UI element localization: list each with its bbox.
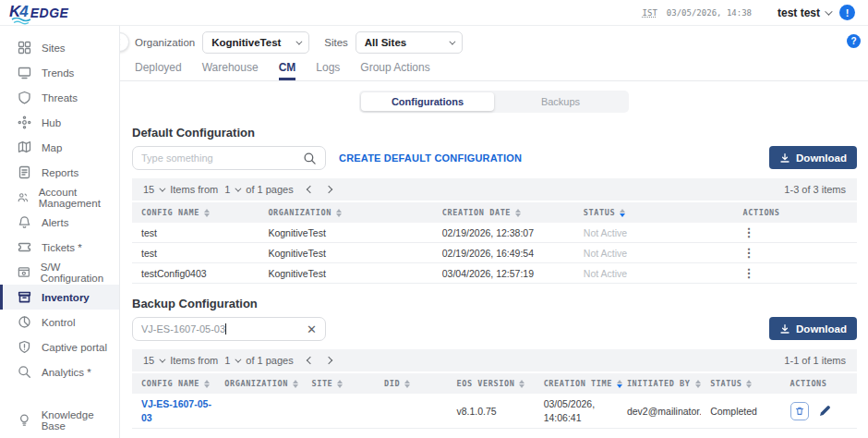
column-creation-time[interactable]: CREATION TIME: [535, 379, 618, 388]
sites-select[interactable]: All Sites: [356, 31, 463, 54]
config-name-cell: testConfig0403: [132, 268, 259, 279]
filter-bar: Organization KognitiveTest Sites All Sit…: [120, 26, 868, 55]
prev-page-button[interactable]: [306, 186, 313, 193]
tab-group-actions[interactable]: Group Actions: [360, 61, 429, 80]
sidebar-item-tickets[interactable]: Tickets *: [0, 235, 119, 260]
chevron-down-icon: [160, 356, 166, 362]
sidebar-item-kontrol[interactable]: Kontrol: [0, 310, 119, 335]
sort-icon[interactable]: [620, 209, 625, 217]
column-organization[interactable]: ORGANIZATION: [215, 379, 302, 388]
organization-cell: KognitiveTest: [259, 268, 432, 279]
next-page-button[interactable]: [324, 357, 332, 364]
sort-icon[interactable]: [336, 209, 342, 217]
app-logo[interactable]: K4 EDGE: [9, 4, 68, 22]
page-select[interactable]: 1: [224, 355, 239, 366]
sort-icon[interactable]: [404, 380, 410, 388]
sidebar-item-analytics[interactable]: Analytics *: [0, 359, 119, 384]
sidebar-item-inventory[interactable]: Inventory: [0, 285, 119, 310]
default-config-search[interactable]: [132, 146, 326, 170]
table-row[interactable]: VJ-ES-1607-05-03 v8.1.0.75 03/05/2026, 1…: [132, 394, 857, 429]
items-from-label: Items from: [170, 355, 218, 366]
chevron-down-icon: [449, 38, 455, 44]
sort-icon[interactable]: [695, 380, 701, 388]
knowledge-base-icon: [18, 413, 31, 427]
organization-select[interactable]: KognitiveTest: [202, 31, 309, 54]
column-organization[interactable]: ORGANIZATION: [259, 208, 432, 217]
clear-search-icon[interactable]: ✕: [307, 323, 317, 335]
page-select[interactable]: 1: [224, 184, 239, 195]
notification-badge-icon[interactable]: !: [839, 5, 855, 20]
column-site[interactable]: SITE: [302, 379, 375, 388]
tab-warehouse[interactable]: Warehouse: [202, 61, 259, 80]
column-did[interactable]: DID: [375, 379, 448, 388]
sort-icon[interactable]: [746, 380, 752, 388]
column-eos-version[interactable]: EOS VERSION: [447, 379, 534, 388]
organization-cell: KognitiveTest: [259, 227, 432, 238]
sidebar-item-account-management[interactable]: Account Management: [0, 185, 119, 210]
tab-cm[interactable]: CM: [279, 61, 296, 80]
tab-logs[interactable]: Logs: [316, 61, 340, 80]
create-default-configuration-link[interactable]: CREATE DEFAULT CONFIGURATION: [339, 152, 522, 164]
sidebar-item-label: Trends: [42, 67, 74, 79]
row-actions-menu-icon[interactable]: ⋮: [743, 226, 755, 238]
sidebar-item-hub[interactable]: Hub: [0, 110, 119, 135]
sidebar-item-threats[interactable]: Threats: [0, 85, 119, 110]
subtab-configurations[interactable]: Configurations: [361, 92, 494, 111]
table-header: CONFIG NAME ORGANIZATION SITE DID EOS VE…: [132, 373, 857, 394]
sort-icon[interactable]: [204, 380, 210, 388]
sort-icon[interactable]: [515, 209, 521, 217]
column-config-name[interactable]: CONFIG NAME: [132, 208, 259, 217]
column-status[interactable]: STATUS: [574, 208, 734, 217]
prev-page-button[interactable]: [306, 357, 313, 364]
user-menu[interactable]: test test: [778, 6, 830, 19]
config-name-link[interactable]: VJ-ES-1607-05-03: [132, 397, 215, 423]
sidebar-item-label: S/W Configuration: [41, 262, 119, 284]
table-row[interactable]: test KognitiveTest 02/19/2026, 16:49:54 …: [132, 243, 857, 263]
subtab-backups[interactable]: Backups: [494, 92, 627, 111]
row-actions-menu-icon[interactable]: ⋮: [743, 267, 755, 279]
column-creation-date[interactable]: CREATION DATE: [433, 208, 574, 217]
delete-button[interactable]: [790, 402, 809, 420]
sidebar-item-sw-configuration[interactable]: S/W Configuration: [0, 260, 119, 285]
sidebar-item-map[interactable]: Map: [0, 135, 119, 160]
column-config-name[interactable]: CONFIG NAME: [132, 379, 215, 388]
default-config-search-input[interactable]: [141, 152, 303, 164]
status-cell: Not Active: [574, 248, 734, 259]
tab-deployed[interactable]: Deployed: [135, 61, 182, 80]
sidebar-item-trends[interactable]: Trends: [0, 60, 119, 85]
eos-version-cell: v8.1.0.75: [447, 406, 534, 417]
table-row[interactable]: testConfig0403 KognitiveTest 03/04/2026,…: [132, 263, 857, 284]
page-size-select[interactable]: 15: [143, 355, 163, 366]
sort-icon[interactable]: [337, 380, 343, 388]
items-range-label: 1-3 of 3 items: [784, 184, 846, 195]
page-size-select[interactable]: 15: [143, 184, 163, 195]
next-page-button[interactable]: [324, 186, 332, 193]
threats-icon: [18, 91, 31, 104]
logo-k4: K4: [9, 4, 28, 19]
column-initiated-by[interactable]: INITIATED BY: [618, 379, 701, 388]
logo-text: EDGE: [30, 4, 69, 22]
help-icon[interactable]: ?: [847, 34, 861, 48]
download-button[interactable]: Download: [769, 146, 857, 169]
row-actions-menu-icon[interactable]: ⋮: [743, 247, 755, 259]
backup-config-search-input[interactable]: VJ-ES-1607-05-03: [141, 323, 307, 335]
edit-button[interactable]: [818, 404, 832, 418]
sort-icon[interactable]: [519, 380, 524, 388]
table-row[interactable]: test KognitiveTest 02/19/2026, 12:38:07 …: [132, 223, 857, 243]
config-name-cell: test: [132, 248, 259, 259]
inventory-icon: [18, 290, 31, 304]
sidebar-item-captive-portal[interactable]: Captive portal: [0, 335, 119, 359]
sidebar-item-sites[interactable]: Sites: [0, 35, 119, 60]
table-header: CONFIG NAME ORGANIZATION CREATION DATE S…: [132, 202, 857, 223]
backup-config-search[interactable]: VJ-ES-1607-05-03 ✕: [132, 317, 326, 341]
sidebar-collapse-button[interactable]: [120, 32, 129, 52]
timezone-label[interactable]: IST: [643, 8, 657, 18]
download-button[interactable]: Download: [769, 317, 857, 340]
column-status[interactable]: STATUS: [701, 379, 780, 388]
sidebar-item-alerts[interactable]: Alerts: [0, 210, 119, 235]
sidebar-item-knowledge-base[interactable]: Knowledge Base: [0, 408, 119, 432]
sidebar-item-reports[interactable]: Reports: [0, 160, 119, 185]
sites-value: All Sites: [365, 37, 406, 48]
sort-icon[interactable]: [293, 380, 298, 388]
sort-icon[interactable]: [204, 209, 210, 217]
